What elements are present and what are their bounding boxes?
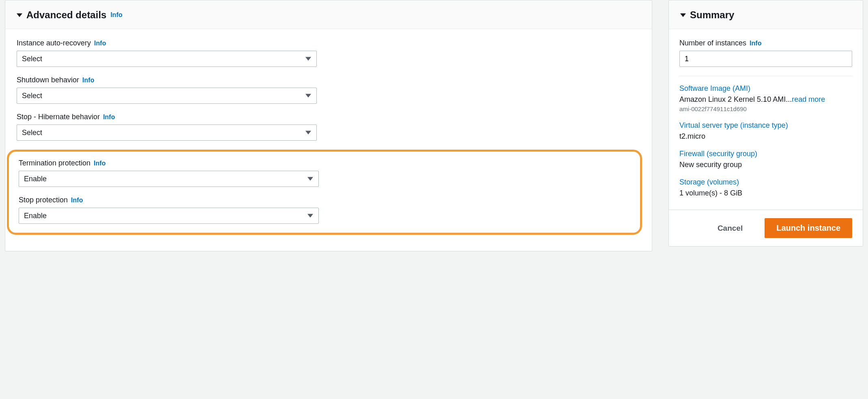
summary-body: Number of instances Info Software Image … [669, 29, 863, 210]
storage-link[interactable]: Storage (volumes) [679, 178, 852, 187]
advanced-details-body: Instance auto-recovery Info Select Shutd… [5, 29, 652, 251]
summary-title: Summary [690, 9, 734, 21]
highlighted-protection-box: Termination protection Info Enable Stop … [7, 150, 642, 235]
shutdown-behavior-group: Shutdown behavior Info Select [17, 76, 640, 104]
ami-section: Software Image (AMI) Amazon Linux 2 Kern… [679, 84, 852, 112]
auto-recovery-select[interactable]: Select [17, 51, 317, 67]
ami-value-row: Amazon Linux 2 Kernel 5.10 AMI...read mo… [679, 95, 852, 104]
summary-header[interactable]: Summary [669, 0, 863, 29]
storage-value: 1 volume(s) - 8 GiB [679, 189, 852, 197]
stop-protection-group: Stop protection Info Enable [19, 196, 630, 224]
advanced-details-title: Advanced details [26, 9, 106, 21]
termination-protection-info-link[interactable]: Info [94, 160, 105, 167]
stop-hibernate-info-link[interactable]: Info [103, 114, 115, 121]
num-instances-label-row: Number of instances Info [679, 39, 852, 47]
shutdown-behavior-value: Select [22, 92, 42, 100]
launch-instance-button[interactable]: Launch instance [765, 218, 852, 238]
instance-type-value: t2.micro [679, 132, 852, 141]
num-instances-input[interactable] [679, 51, 852, 67]
stop-hibernate-group: Stop - Hibernate behavior Info Select [17, 113, 640, 141]
stop-protection-info-link[interactable]: Info [71, 197, 83, 204]
ami-value: Amazon Linux 2 Kernel 5.10 AMI... [679, 95, 792, 103]
chevron-down-icon [307, 214, 313, 218]
instance-type-link[interactable]: Virtual server type (instance type) [679, 121, 852, 130]
ami-link[interactable]: Software Image (AMI) [679, 84, 852, 93]
termination-protection-group: Termination protection Info Enable [19, 159, 630, 187]
advanced-details-panel: Advanced details Info Instance auto-reco… [5, 0, 652, 251]
advanced-details-info-link[interactable]: Info [110, 11, 122, 19]
storage-section: Storage (volumes) 1 volume(s) - 8 GiB [679, 178, 852, 197]
firewall-section: Firewall (security group) New security g… [679, 150, 852, 169]
stop-protection-select[interactable]: Enable [19, 208, 319, 224]
stop-hibernate-select[interactable]: Select [17, 124, 317, 141]
stop-hibernate-value: Select [22, 129, 42, 137]
stop-protection-value: Enable [24, 212, 47, 220]
auto-recovery-value: Select [22, 55, 42, 63]
shutdown-behavior-label: Shutdown behavior [17, 76, 79, 84]
auto-recovery-label: Instance auto-recovery [17, 39, 91, 47]
ami-readmore-link[interactable]: read more [792, 95, 825, 103]
termination-protection-label: Termination protection [19, 159, 90, 167]
termination-protection-select[interactable]: Enable [19, 171, 319, 187]
caret-down-icon [17, 13, 22, 17]
chevron-down-icon [305, 131, 311, 135]
num-instances-info-link[interactable]: Info [750, 40, 761, 47]
chevron-down-icon [305, 94, 311, 98]
chevron-down-icon [307, 177, 313, 181]
num-instances-label: Number of instances [679, 39, 746, 47]
firewall-value: New security group [679, 161, 852, 169]
shutdown-behavior-info-link[interactable]: Info [82, 77, 94, 84]
firewall-link[interactable]: Firewall (security group) [679, 150, 852, 158]
chevron-down-icon [305, 57, 311, 61]
summary-divider [679, 76, 852, 76]
advanced-details-header[interactable]: Advanced details Info [5, 0, 652, 29]
auto-recovery-info-link[interactable]: Info [94, 40, 106, 47]
stop-protection-label: Stop protection [19, 196, 68, 204]
summary-panel: Summary Number of instances Info Softwar… [668, 0, 863, 247]
caret-down-icon [680, 13, 686, 17]
termination-protection-value: Enable [24, 175, 47, 183]
cancel-button[interactable]: Cancel [716, 221, 744, 236]
summary-footer: Cancel Launch instance [669, 210, 863, 246]
stop-hibernate-label: Stop - Hibernate behavior [17, 113, 100, 121]
instance-type-section: Virtual server type (instance type) t2.m… [679, 121, 852, 141]
shutdown-behavior-select[interactable]: Select [17, 88, 317, 104]
ami-id: ami-0022f774911c1d690 [679, 105, 852, 112]
auto-recovery-group: Instance auto-recovery Info Select [17, 39, 640, 67]
